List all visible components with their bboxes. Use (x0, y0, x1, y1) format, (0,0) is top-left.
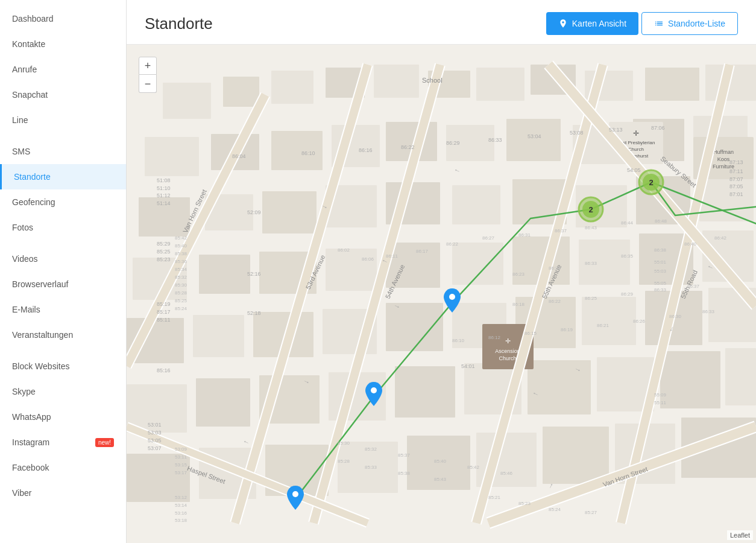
svg-text:85:17: 85:17 (157, 309, 171, 315)
svg-text:52:16: 52:16 (247, 271, 261, 277)
svg-text:52:18: 52:18 (247, 310, 261, 316)
svg-text:85:32: 85:32 (365, 446, 377, 452)
sidebar-item-veranstaltungen[interactable]: Veranstaltungen (0, 322, 126, 348)
svg-text:86:22: 86:22 (446, 241, 459, 247)
svg-text:86:04: 86:04 (232, 153, 246, 159)
svg-text:85:38: 85:38 (175, 251, 187, 256)
sidebar-item-label: Anrufe (12, 65, 37, 74)
svg-text:86:48: 86:48 (655, 218, 667, 224)
svg-text:86:44: 86:44 (621, 220, 634, 226)
sidebar-item-fotos[interactable]: Fotos (0, 215, 126, 240)
standorte-liste-button[interactable]: Standorte-Liste (641, 12, 738, 35)
svg-text:53:08: 53:08 (570, 130, 584, 136)
sidebar-item-label: Viber (12, 488, 31, 498)
sidebar-item-standorte[interactable]: Standorte (0, 164, 126, 189)
sidebar-item-label: SMS (12, 147, 30, 156)
svg-text:86:38: 86:38 (654, 247, 667, 253)
sidebar-divider (0, 240, 126, 246)
sidebar-item-label: Snapchat (12, 90, 48, 100)
svg-text:86:02: 86:02 (338, 247, 350, 253)
sidebar-item-snapchat[interactable]: Snapchat (0, 82, 126, 107)
karten-ansicht-button[interactable]: Karten Ansicht (546, 12, 638, 35)
sidebar-item-viber[interactable]: Viber (0, 480, 126, 506)
map-container[interactable]: ✛ Ascension Church ✛ First Presbyterian … (127, 45, 756, 543)
svg-text:85:23: 85:23 (157, 256, 171, 262)
sidebar-item-block-websites[interactable]: Block Websites (0, 354, 126, 379)
sidebar-item-videos[interactable]: Videos (0, 246, 126, 272)
map-controls: + − (139, 57, 157, 93)
svg-text:86:17: 86:17 (416, 249, 429, 254)
svg-rect-35 (326, 249, 377, 291)
map-pin-icon (558, 19, 568, 28)
zoom-in-button[interactable]: + (139, 57, 157, 75)
svg-text:86:33: 86:33 (585, 261, 597, 266)
svg-text:86:28: 86:28 (549, 265, 561, 271)
svg-text:86:30: 86:30 (669, 314, 682, 319)
sidebar-item-whatsapp[interactable]: WhatsApp (0, 404, 126, 430)
svg-text:85:30: 85:30 (338, 440, 350, 446)
svg-text:87:06: 87:06 (651, 125, 665, 131)
sidebar-item-instagram[interactable]: Instagramnew! (0, 430, 126, 455)
svg-text:86:22: 86:22 (401, 144, 415, 150)
sidebar-item-kontakte[interactable]: Kontakte (0, 31, 126, 57)
svg-text:School: School (422, 77, 443, 84)
svg-text:85:43: 85:43 (434, 477, 447, 482)
svg-rect-56 (395, 366, 455, 418)
svg-rect-3 (271, 71, 313, 104)
svg-text:87:01: 87:01 (729, 191, 743, 197)
svg-text:54:05: 54:05 (627, 167, 641, 173)
svg-text:53:11: 53:11 (175, 454, 187, 460)
sidebar-item-browserverlauf[interactable]: Browserverlauf (0, 272, 126, 297)
svg-text:85:38: 85:38 (398, 471, 411, 476)
svg-text:✛: ✛ (505, 337, 511, 345)
svg-text:86:12: 86:12 (488, 335, 501, 340)
new-badge: new! (95, 438, 114, 447)
svg-text:86:33: 86:33 (654, 287, 667, 293)
sidebar-item-facebook[interactable]: Facebook (0, 455, 126, 480)
svg-text:86:11: 86:11 (386, 253, 398, 259)
svg-text:55:01: 55:01 (654, 259, 667, 265)
svg-point-136 (292, 491, 298, 497)
sidebar-item-sms[interactable]: SMS (0, 139, 126, 164)
svg-text:86:33: 86:33 (702, 309, 715, 314)
svg-text:85:27: 85:27 (585, 510, 597, 515)
svg-text:Ascension: Ascension (495, 348, 520, 354)
sidebar-divider (0, 133, 126, 139)
svg-text:53:03: 53:03 (148, 430, 162, 436)
sidebar-item-emails[interactable]: E-Mails (0, 297, 126, 322)
svg-text:85:16: 85:16 (157, 367, 171, 373)
svg-text:Koos: Koos (717, 156, 730, 162)
sidebar-item-skype[interactable]: Skype (0, 379, 126, 404)
svg-text:51:10: 51:10 (157, 185, 171, 191)
svg-text:85:40: 85:40 (175, 243, 187, 249)
map-svg: ✛ Ascension Church ✛ First Presbyterian … (127, 45, 756, 543)
svg-text:86:16: 86:16 (359, 147, 373, 153)
sidebar-item-label: Facebook (12, 463, 49, 472)
sidebar-item-geofencing[interactable]: Geofencing (0, 189, 126, 215)
svg-text:85:11: 85:11 (157, 317, 171, 323)
svg-rect-18 (506, 119, 561, 161)
sidebar-item-dashboard[interactable]: Dashboard (0, 6, 126, 31)
svg-text:51:08: 51:08 (157, 177, 171, 183)
svg-point-140 (449, 294, 455, 300)
zoom-out-button[interactable]: − (139, 75, 157, 93)
sidebar-item-anrufe[interactable]: Anrufe (0, 57, 126, 82)
svg-text:86:26: 86:26 (633, 319, 646, 324)
svg-text:85:29: 85:29 (157, 241, 171, 247)
svg-text:86:31: 86:31 (518, 232, 531, 238)
svg-rect-37 (452, 243, 503, 285)
svg-rect-49 (582, 297, 636, 345)
sidebar-item-line[interactable]: Line (0, 107, 126, 133)
svg-text:85:32: 85:32 (175, 275, 187, 280)
svg-text:53:14: 53:14 (175, 503, 187, 508)
svg-text:53:04: 53:04 (528, 133, 541, 139)
svg-rect-53 (196, 378, 250, 427)
sidebar-item-label: Instagram (12, 437, 49, 447)
svg-text:85:28: 85:28 (175, 290, 187, 296)
svg-text:86:42: 86:42 (714, 235, 727, 241)
svg-text:53:09: 53:09 (175, 446, 187, 452)
svg-text:53:17: 53:17 (175, 470, 187, 475)
svg-text:86:37: 86:37 (687, 284, 700, 289)
svg-text:Church: Church (499, 355, 516, 361)
svg-text:86:40: 86:40 (684, 241, 697, 247)
